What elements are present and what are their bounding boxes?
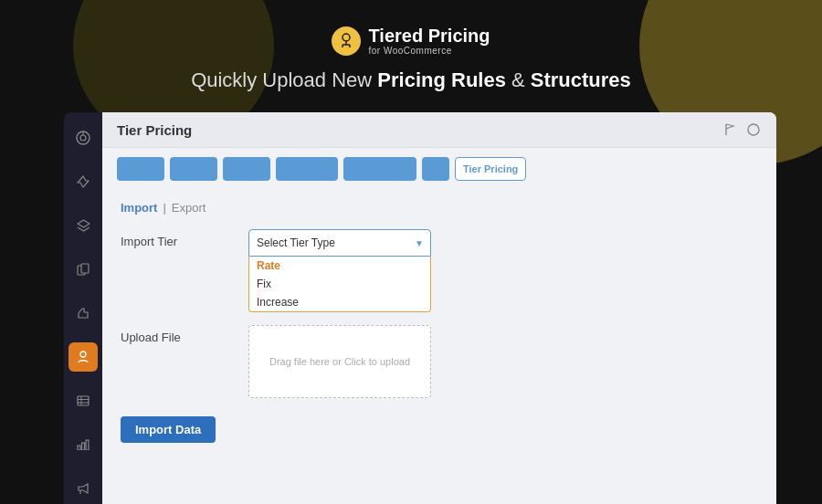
- sidebar-item-layers[interactable]: [68, 211, 98, 240]
- panel-header-icons: [722, 121, 762, 138]
- svg-rect-17: [86, 440, 89, 450]
- toolbar-tab-3[interactable]: [223, 157, 270, 181]
- toolbar-tab-4[interactable]: [276, 157, 338, 181]
- sidebar-item-table[interactable]: [68, 386, 98, 415]
- svg-point-10: [80, 352, 86, 357]
- import-link[interactable]: Import: [121, 201, 157, 215]
- toolbar-tab-6[interactable]: [422, 157, 449, 181]
- sidebar-item-chart[interactable]: [68, 430, 98, 459]
- sidebar-item-pin[interactable]: [68, 167, 98, 196]
- svg-rect-15: [78, 446, 80, 450]
- panel-header: Tier Pricing: [102, 112, 776, 148]
- headline-connector: &: [506, 68, 531, 91]
- logo-title: Tiered Pricing: [368, 26, 490, 46]
- upload-file-row: Upload File Drag file here or Click to u…: [121, 325, 758, 398]
- headline: Quickly Upload New Pricing Rules & Struc…: [191, 68, 631, 92]
- flag-icon[interactable]: [722, 121, 738, 138]
- toolbar-tab-2[interactable]: [170, 157, 217, 181]
- sidebar-item-thumb[interactable]: [68, 299, 98, 328]
- import-tier-row: Import Tier Select Tier Type Rate Fix In…: [121, 229, 758, 312]
- dropdown-option-increase[interactable]: Increase: [249, 293, 430, 311]
- headline-normal: Quickly Upload New: [191, 68, 377, 91]
- svg-point-0: [342, 34, 350, 41]
- logo-row: Tiered Pricing for WooCommerce: [332, 26, 490, 56]
- sidebar: [64, 112, 102, 504]
- import-data-button[interactable]: Import Data: [121, 416, 216, 443]
- sidebar-item-tier-pricing[interactable]: [68, 342, 98, 372]
- toolbar-tab-1[interactable]: [117, 157, 164, 181]
- svg-rect-9: [81, 264, 89, 273]
- main-container: Tier Pricing Tier Pricing: [64, 112, 776, 504]
- headline-bold1: Pricing Rules: [377, 68, 506, 91]
- select-wrapper: Select Tier Type Rate Fix Increase ▼: [248, 229, 431, 257]
- dropdown-options: Rate Fix Increase: [248, 257, 431, 312]
- sidebar-item-dashboard[interactable]: [68, 123, 98, 152]
- toolbar-tab-active[interactable]: Tier Pricing: [455, 157, 526, 181]
- circle-icon[interactable]: [745, 121, 762, 138]
- upload-file-field: Drag file here or Click to upload: [248, 325, 431, 398]
- upload-file-label: Upload File: [121, 325, 248, 344]
- logo-icon: [332, 26, 361, 56]
- separator: |: [163, 201, 165, 215]
- toolbar: Tier Pricing: [102, 148, 776, 190]
- dropdown-option-fix[interactable]: Fix: [249, 275, 430, 293]
- import-tier-label: Import Tier: [121, 229, 248, 248]
- import-tier-field: Select Tier Type Rate Fix Increase ▼ Rat…: [248, 229, 431, 312]
- svg-rect-16: [82, 443, 85, 450]
- svg-point-6: [80, 135, 86, 141]
- tier-type-select[interactable]: Select Tier Type Rate Fix Increase: [248, 229, 431, 257]
- sidebar-item-megaphone[interactable]: [68, 474, 98, 503]
- upload-area[interactable]: Drag file here or Click to upload: [248, 325, 431, 398]
- logo-text-block: Tiered Pricing for WooCommerce: [368, 26, 490, 56]
- toolbar-tab-5[interactable]: [343, 157, 416, 181]
- logo-subtitle: for WooCommerce: [368, 46, 490, 56]
- panel-title: Tier Pricing: [117, 122, 192, 138]
- import-export-row: Import | Export: [121, 201, 758, 215]
- dropdown-option-rate[interactable]: Rate: [249, 257, 430, 275]
- sidebar-item-copy[interactable]: [68, 255, 98, 284]
- header: Tiered Pricing for WooCommerce Quickly U…: [0, 0, 822, 92]
- headline-bold2: Structures: [531, 68, 631, 91]
- svg-point-18: [748, 124, 759, 135]
- upload-hint: Drag file here or Click to upload: [269, 356, 410, 367]
- panel-content: Import | Export Import Tier Select Tier …: [102, 190, 776, 454]
- export-link[interactable]: Export: [172, 201, 206, 215]
- panel: Tier Pricing Tier Pricing: [102, 112, 776, 504]
- svg-rect-11: [78, 396, 89, 405]
